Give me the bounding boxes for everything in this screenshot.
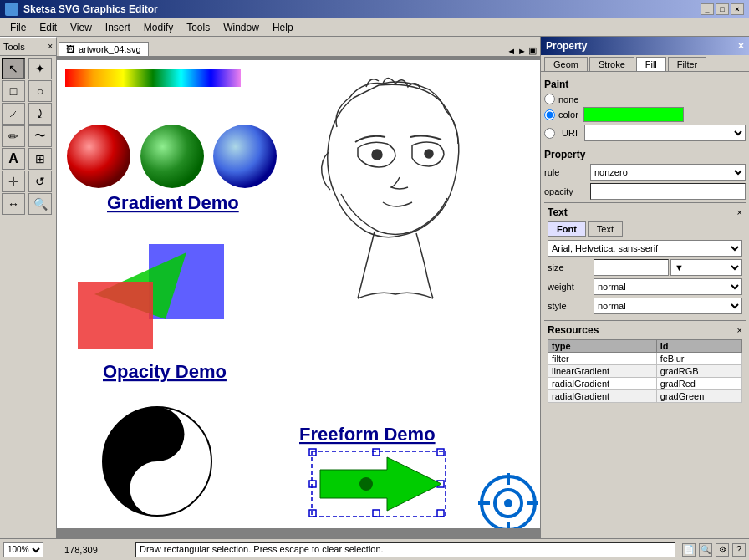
menu-edit[interactable]: Edit	[33, 20, 64, 35]
canvas-area: 🖼 artwork_04.svg ◄ ► ▣	[57, 37, 540, 538]
resource-id: gradRGB	[656, 365, 741, 378]
text-section: Text × Font Text Arial, Helvetica, sans-…	[544, 202, 746, 320]
tool-flip[interactable]: ↔	[2, 193, 25, 215]
main-layout: Tools × ↖ ✦ □ ○ ⟋ ⤸ ✏ 〜 A ⊞ ✛ ↺ ↔ 🔍 🖼 ar…	[0, 37, 749, 538]
text-section-header: Text ×	[548, 206, 742, 218]
font-size-input[interactable]: 12	[594, 259, 669, 276]
status-icons: 📄 🔍 ⚙ ?	[682, 543, 746, 557]
status-icon-2[interactable]: 🔍	[699, 543, 712, 557]
tool-select[interactable]: ↖	[2, 58, 25, 79]
svg-text:Gradient Demo: Gradient Demo	[107, 192, 239, 213]
tool-node[interactable]: ✦	[28, 58, 52, 79]
paint-uri-radio[interactable]	[544, 128, 555, 139]
tab-btn-left[interactable]: ◄	[507, 46, 516, 56]
table-row[interactable]: radialGradientgradGreen	[548, 390, 742, 403]
tab-filter[interactable]: Filter	[668, 57, 706, 71]
svg-rect-7	[78, 282, 153, 349]
paint-color-radio[interactable]	[544, 109, 555, 120]
text-section-close[interactable]: ×	[737, 207, 742, 217]
paint-section-title: Paint	[544, 79, 746, 90]
svg-marker-23	[320, 457, 441, 511]
tab-btn-close[interactable]: ▣	[528, 45, 537, 56]
paint-color-row: color	[544, 107, 746, 122]
status-icon-4[interactable]: ?	[732, 543, 746, 557]
tool-rotate[interactable]: ↺	[28, 171, 52, 192]
canvas-tab-active[interactable]: 🖼 artwork_04.svg	[59, 42, 149, 56]
text-section-title: Text	[548, 206, 568, 218]
tool-rect[interactable]: □	[2, 80, 25, 102]
resource-type: radialGradient	[548, 390, 657, 403]
paint-none-radio[interactable]	[544, 94, 555, 104]
status-icon-1[interactable]: 📄	[682, 543, 696, 557]
tool-zoom[interactable]: 🔍	[28, 193, 52, 215]
paint-uri-label: URI	[562, 128, 578, 138]
resources-tbody: filterfeBlurlinearGradientgradRGBradialG…	[548, 353, 742, 403]
zoom-select[interactable]: 100% 50% 200%	[3, 542, 43, 557]
maximize-button[interactable]: □	[716, 3, 729, 15]
font-size-select[interactable]: ▼	[670, 259, 742, 276]
menu-window[interactable]: Window	[217, 20, 266, 35]
tool-curve[interactable]: ⤸	[28, 103, 52, 125]
resource-id: gradGreen	[656, 390, 741, 403]
minimize-button[interactable]: _	[701, 3, 714, 15]
menu-help[interactable]: Help	[266, 20, 300, 35]
tool-move[interactable]: ✛	[2, 171, 25, 192]
property-header: Property ×	[541, 37, 749, 55]
table-row[interactable]: filterfeBlur	[548, 353, 742, 365]
resource-id: feBlur	[656, 353, 741, 365]
tool-pattern[interactable]: ⊞	[28, 148, 52, 170]
app-title: Sketsa SVG Graphics Editor	[23, 3, 158, 15]
svg-point-2	[140, 125, 204, 188]
opacity-input[interactable]: 1	[590, 183, 746, 200]
font-family-select[interactable]: Arial, Helvetica, sans-serif	[548, 240, 742, 257]
tool-ellipse[interactable]: ○	[28, 80, 52, 102]
font-style-select[interactable]: normal italic oblique	[594, 298, 742, 314]
canvas-tabs: 🖼 artwork_04.svg ◄ ► ▣	[57, 37, 540, 57]
status-icon-3[interactable]: ⚙	[716, 543, 729, 557]
property-tabs: Geom Stroke Fill Filter	[541, 55, 749, 72]
property-title: Property	[546, 40, 587, 52]
tool-pencil[interactable]: ✏	[2, 125, 25, 147]
color-swatch[interactable]	[583, 107, 684, 122]
status-coords: 178,309	[64, 545, 115, 555]
menu-modify[interactable]: Modify	[137, 20, 180, 35]
status-divider-2	[125, 542, 125, 557]
svg-rect-22	[437, 510, 444, 517]
tool-line[interactable]: ⟋	[2, 103, 25, 125]
text-tab-text[interactable]: Text	[588, 221, 623, 237]
svg-text:Freeform Demo: Freeform Demo	[299, 424, 436, 445]
rule-select[interactable]: nonzero evenodd	[590, 164, 746, 181]
menu-file[interactable]: File	[3, 20, 33, 35]
property-close-icon[interactable]: ×	[738, 40, 744, 52]
tab-stroke[interactable]: Stroke	[589, 57, 634, 71]
menu-insert[interactable]: Insert	[99, 20, 137, 35]
app-icon	[5, 3, 18, 16]
font-size-label: size	[548, 262, 594, 272]
close-button[interactable]: ×	[731, 3, 744, 15]
title-bar: Sketsa SVG Graphics Editor _ □ ×	[0, 0, 749, 18]
table-row[interactable]: linearGradientgradRGB	[548, 365, 742, 378]
svg-rect-18	[309, 481, 316, 487]
status-divider-1	[54, 542, 54, 557]
canvas-wrapper[interactable]: Gradient Demo Opacity Demo	[57, 57, 540, 538]
svg-rect-21	[373, 510, 380, 517]
menu-view[interactable]: View	[64, 20, 99, 35]
resources-close[interactable]: ×	[737, 325, 742, 335]
tool-text[interactable]: A	[2, 148, 25, 170]
table-row[interactable]: radialGradientgradRed	[548, 378, 742, 390]
tab-btn-right[interactable]: ►	[517, 46, 527, 56]
uri-select[interactable]	[584, 125, 746, 141]
font-weight-label: weight	[548, 282, 594, 292]
font-size-row: size 12 ▼	[548, 259, 742, 276]
tab-geom[interactable]: Geom	[544, 57, 588, 71]
tools-close[interactable]: ×	[48, 42, 53, 51]
svg-rect-16	[373, 449, 380, 456]
font-style-row: style normal italic oblique	[548, 298, 742, 314]
svg-point-11	[146, 478, 168, 500]
text-tab-font[interactable]: Font	[548, 221, 586, 237]
svg-rect-20	[309, 510, 316, 517]
tab-fill[interactable]: Fill	[636, 57, 666, 71]
tool-freehand[interactable]: 〜	[28, 125, 52, 147]
font-weight-select[interactable]: normal bold bolder lighter	[594, 278, 742, 295]
menu-tools[interactable]: Tools	[180, 20, 217, 35]
